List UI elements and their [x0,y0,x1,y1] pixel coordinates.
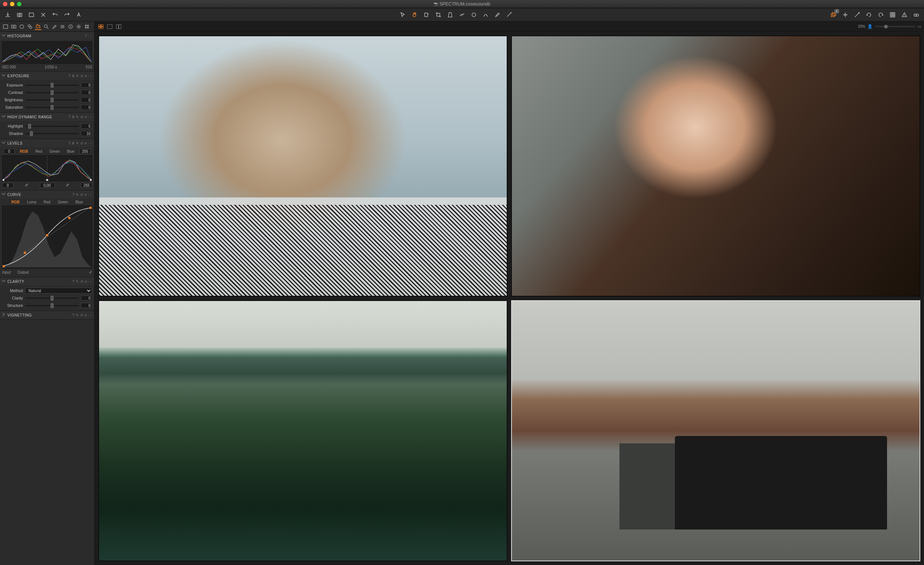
preset-icon[interactable]: ≡ [85,313,87,317]
help-icon[interactable]: ? [68,141,70,145]
slider-track[interactable] [25,85,79,86]
tab-adjust-icon[interactable] [59,23,66,30]
text-icon[interactable] [74,10,84,20]
help-icon[interactable]: ? [68,74,70,78]
hand-tool-icon[interactable] [410,10,420,20]
levels-high-field[interactable]: 255 [80,149,90,154]
reset-icon[interactable]: ↺ [80,141,83,145]
person-icon[interactable]: 👤 [867,24,873,29]
preset-icon[interactable]: ≡ [85,279,87,284]
tab-metadata-icon[interactable] [67,23,74,30]
maximize-window-button[interactable] [17,2,21,6]
slider-track[interactable] [25,92,79,93]
picker-icon[interactable]: ✎ [76,115,79,119]
levels-header[interactable]: LEVELS ?A✎↺≡⋯ [0,139,94,147]
reset-icon[interactable]: ↺ [80,313,83,317]
slider-track[interactable] [25,99,79,101]
help-icon[interactable]: ? [72,192,75,197]
clarity-header[interactable]: CLARITY ?✎↺≡⋯ [0,277,94,286]
tab-details-icon[interactable] [51,23,58,30]
capture-icon[interactable] [15,10,24,20]
slider-value[interactable]: 5 [81,123,92,129]
picker-icon[interactable]: ✎ [76,313,79,317]
levels-out-low[interactable]: 0 [2,183,13,188]
chevron-down-icon[interactable] [2,34,6,38]
chevron-right-icon[interactable] [2,313,6,317]
black-picker-icon[interactable]: ✐ [25,183,28,188]
picker-icon[interactable]: ✎ [76,74,79,78]
slider-track[interactable] [25,126,79,127]
slider-track[interactable] [25,133,79,134]
highlight-warn-icon[interactable] [852,10,862,20]
curve-channel-green[interactable]: Green [56,200,70,204]
tab-exposure-icon[interactable] [35,23,41,30]
more-icon[interactable]: ⋯ [88,313,92,317]
curve-picker-icon[interactable]: ✐ [89,270,92,274]
tab-library-icon[interactable] [2,23,9,30]
auto-icon[interactable]: A [72,141,74,145]
slider-value[interactable]: 0 [81,295,92,301]
picker-icon[interactable]: ✎ [76,141,79,145]
focus-mask-icon[interactable] [840,10,850,20]
tab-batch-icon[interactable] [84,23,90,30]
reset-icon[interactable]: ↺ [80,192,83,197]
zoom-fit-icon[interactable]: ▭ [918,24,921,29]
thumbnail-3[interactable] [98,300,507,561]
preset-icon[interactable]: ≡ [85,115,87,119]
spot-tool-icon[interactable] [469,10,478,20]
channel-blue[interactable]: Blue [64,149,76,153]
exposure-header[interactable]: EXPOSURE ?A✎↺≡⋯ [0,72,94,80]
auto-icon[interactable]: A [72,74,74,78]
slider-track[interactable] [25,107,79,108]
levels-out-high[interactable]: 255 [81,183,92,188]
tab-color-icon[interactable] [18,23,25,30]
vignetting-header[interactable]: VIGNETTING ?✎↺≡⋯ [0,311,94,319]
pointer-tool-icon[interactable] [398,10,408,20]
redo-icon[interactable] [62,10,72,20]
brush-tool-icon[interactable] [493,10,502,20]
close-window-button[interactable] [3,2,8,6]
channel-green[interactable]: Green [47,149,62,153]
heal-tool-icon[interactable] [481,10,490,20]
proof-glasses-icon[interactable] [911,10,921,20]
histogram-header[interactable]: HISTOGRAM ?⋯ [0,32,94,40]
help-icon[interactable]: ? [72,313,75,317]
undo-icon[interactable] [50,10,60,20]
more-icon[interactable]: ⋯ [88,279,92,284]
channel-rgb[interactable]: RGB [18,149,30,153]
rotate-ccw-icon[interactable] [864,10,874,20]
slider-value[interactable]: 0 [81,90,92,95]
slider-value[interactable]: 0 [81,303,92,308]
slider-value[interactable]: 0 [81,97,92,102]
keystone-tool-icon[interactable] [446,10,455,20]
slider-value[interactable]: 0 [81,105,92,110]
rotate-cw-icon[interactable] [876,10,885,20]
single-view-icon[interactable] [106,24,113,29]
preset-icon[interactable]: ≡ [85,74,87,78]
zoom-slider[interactable] [875,26,915,27]
export-icon[interactable] [27,10,36,20]
reset-icon[interactable]: ↺ [80,115,83,119]
import-icon[interactable] [3,10,13,20]
help-icon[interactable]: ? [72,279,75,284]
picker-icon[interactable]: ✎ [76,192,79,197]
levels-low-field[interactable]: 0 [4,149,15,154]
auto-icon[interactable]: A [72,115,74,119]
more-icon[interactable]: ⋯ [88,74,92,78]
straighten-tool-icon[interactable] [457,10,467,20]
more-icon[interactable]: ⋯ [88,115,92,119]
channel-red[interactable]: Red [33,149,44,153]
slider-track[interactable] [25,305,79,306]
chevron-down-icon[interactable] [2,279,6,283]
chevron-down-icon[interactable] [2,192,6,196]
thumbnail-1[interactable] [98,36,507,296]
curve-channel-blue[interactable]: Blue [73,200,85,204]
picker-icon[interactable]: ✎ [76,279,79,284]
tab-crop-icon[interactable] [43,23,50,30]
minimize-window-button[interactable] [10,2,14,6]
curve-header[interactable]: CURVE ?✎↺≡⋯ [0,191,94,198]
help-icon[interactable]: ? [85,34,87,38]
split-view-icon[interactable] [116,24,122,29]
warnings-icon[interactable] [900,10,909,20]
hdr-header[interactable]: HIGH DYNAMIC RANGE ?A✎↺≡⋯ [0,113,94,121]
